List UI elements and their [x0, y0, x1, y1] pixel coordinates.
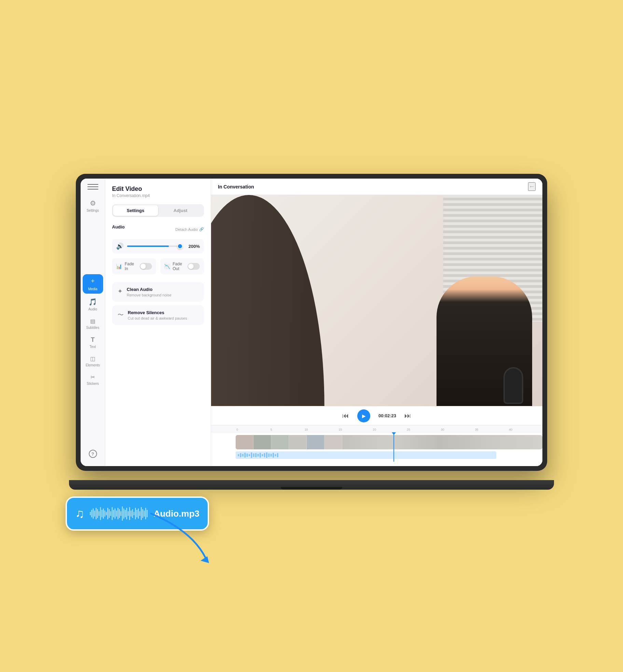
sidebar-item-elements[interactable]: ◫ Elements	[83, 353, 103, 370]
menu-icon[interactable]	[87, 184, 98, 192]
mark-30: 30	[440, 428, 474, 432]
svg-rect-33	[109, 509, 110, 518]
sidebar-item-audio[interactable]: 🎵 Audio	[83, 295, 103, 314]
mark-5: 5	[270, 428, 304, 432]
sidebar-item-help[interactable]: ?	[83, 447, 103, 461]
svg-rect-7	[251, 452, 252, 458]
sidebar-item-subtitles[interactable]: ▤ Subtitles	[83, 315, 103, 332]
audio-header: Audio Detach Audio 🔗	[112, 224, 204, 234]
elements-icon: ◫	[90, 355, 95, 362]
sidebar-label-settings: Settings	[86, 209, 99, 212]
svg-rect-11	[260, 453, 261, 458]
video-scene	[211, 195, 542, 406]
laptop-container: ⚙ Settings + Media 🎵 Audio ▤ Subtitles	[55, 46, 568, 626]
video-track[interactable]	[236, 435, 542, 449]
svg-rect-18	[275, 454, 276, 456]
stickers-icon: ✂	[91, 374, 95, 380]
thumb-5	[307, 435, 324, 449]
mark-0: 0	[236, 428, 270, 432]
svg-rect-22	[93, 508, 94, 519]
svg-rect-0	[236, 451, 496, 459]
mark-10: 10	[304, 428, 338, 432]
sidebar-item-stickers[interactable]: ✂ Stickers	[83, 371, 103, 388]
svg-rect-31	[106, 512, 107, 515]
svg-rect-19	[277, 453, 278, 457]
play-btn[interactable]: ▶	[357, 409, 370, 422]
laptop-base	[69, 480, 554, 490]
mark-25: 25	[406, 428, 440, 432]
clean-audio-icon: ✦	[117, 288, 123, 295]
volume-thumb[interactable]	[177, 243, 183, 249]
clean-audio-text: Clean Audio Remove background noise	[127, 287, 171, 297]
video-content	[211, 195, 542, 406]
svg-rect-20	[90, 512, 91, 515]
svg-rect-41	[121, 511, 122, 516]
thumb-6	[324, 435, 342, 449]
fade-out-toggle[interactable]	[188, 263, 200, 270]
svg-rect-5	[247, 453, 248, 457]
audio-track[interactable]	[236, 451, 496, 459]
svg-rect-30	[105, 510, 106, 517]
svg-rect-36	[113, 510, 114, 517]
audio-section-label: Audio	[112, 224, 125, 229]
mark-15: 15	[338, 428, 372, 432]
playback-controls: ⏮ ▶ 00:02:23 ⏭	[211, 406, 542, 425]
svg-rect-25	[97, 509, 98, 518]
svg-rect-9	[255, 453, 257, 457]
svg-rect-8	[253, 453, 254, 457]
timeline-area: 0 5 10 15 20 25 30 35 40	[211, 425, 542, 466]
svg-rect-27	[100, 507, 101, 520]
sidebar-item-text[interactable]: T Text	[83, 334, 103, 351]
thumb-2	[253, 435, 271, 449]
arrow-container	[124, 503, 226, 572]
volume-row: 🔊 200%	[112, 239, 204, 253]
mark-20: 20	[372, 428, 406, 432]
playhead[interactable]	[393, 432, 394, 462]
svg-rect-10	[258, 454, 259, 457]
clean-audio-card[interactable]: ✦ Clean Audio Remove background noise	[112, 282, 204, 302]
volume-slider[interactable]	[127, 246, 183, 247]
preview-title: In Conversation	[218, 184, 254, 190]
svg-rect-28	[101, 510, 102, 517]
svg-rect-39	[117, 508, 119, 519]
audio-icon: 🎵	[88, 298, 97, 306]
laptop-body: ⚙ Settings + Media 🎵 Audio ▤ Subtitles	[76, 174, 547, 471]
subtitles-icon: ▤	[90, 318, 95, 324]
preview-panel: In Conversation ←	[211, 179, 542, 466]
remove-silences-card[interactable]: 〜 Remove Silences Cut out dead air & awk…	[112, 305, 204, 325]
waveform-svg	[236, 451, 496, 459]
svg-rect-23	[94, 510, 95, 517]
svg-rect-4	[244, 453, 246, 458]
fade-in-label: Fade In	[125, 262, 137, 271]
clean-audio-desc: Remove background noise	[127, 293, 171, 297]
detach-audio-btn[interactable]: Detach Audio 🔗	[176, 227, 204, 232]
thumb-4	[289, 435, 307, 449]
skip-back-btn[interactable]: ⏮	[342, 412, 349, 420]
microphone	[505, 368, 522, 403]
fade-in-toggle[interactable]	[140, 263, 152, 270]
tab-adjust[interactable]: Adjust	[158, 205, 203, 216]
svg-rect-32	[107, 508, 108, 519]
svg-rect-15	[268, 453, 269, 457]
settings-icon: ⚙	[90, 199, 96, 207]
sidebar-item-settings[interactable]: ⚙ Settings	[83, 196, 103, 215]
text-icon: T	[91, 336, 95, 344]
sidebar: ⚙ Settings + Media 🎵 Audio ▤ Subtitles	[81, 179, 105, 466]
svg-rect-35	[112, 507, 113, 520]
remove-silences-icon: 〜	[117, 311, 124, 319]
thumb-3	[271, 435, 289, 449]
tab-settings[interactable]: Settings	[113, 205, 158, 216]
mark-35: 35	[474, 428, 508, 432]
help-icon: ?	[89, 450, 97, 458]
svg-rect-37	[115, 508, 116, 519]
play-icon: ▶	[362, 413, 366, 419]
sidebar-label-subtitles: Subtitles	[86, 326, 99, 330]
preview-header: In Conversation ←	[211, 179, 542, 195]
preview-close-btn[interactable]: ←	[528, 182, 536, 191]
skip-fwd-btn[interactable]: ⏭	[404, 412, 411, 420]
svg-rect-16	[271, 454, 272, 457]
svg-rect-21	[91, 510, 92, 517]
mark-40: 40	[508, 428, 542, 432]
sidebar-item-media[interactable]: + Media	[83, 274, 103, 294]
timestamp: 00:02:23	[378, 413, 396, 418]
